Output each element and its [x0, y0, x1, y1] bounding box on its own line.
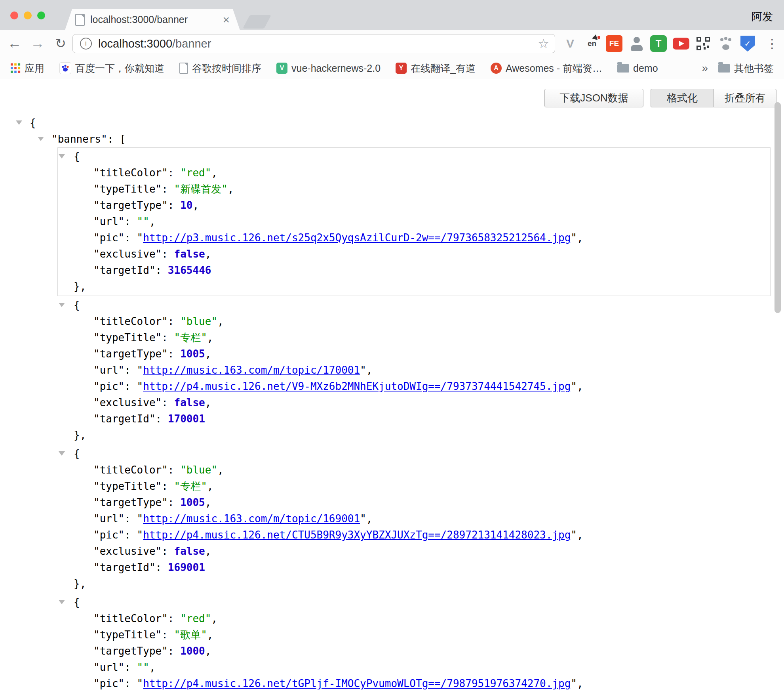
new-tab-button[interactable]: [243, 15, 271, 29]
forward-button[interactable]: →: [28, 33, 48, 53]
json-object-open: {: [58, 297, 770, 313]
bookmark-baidu[interactable]: 百度一下，你就知道: [59, 62, 164, 75]
collapse-toggle-icon[interactable]: [59, 303, 65, 307]
qr-code-extension-icon[interactable]: [695, 35, 712, 52]
youtube-extension-icon[interactable]: [673, 35, 689, 52]
fe-extension-icon[interactable]: FE: [606, 35, 622, 52]
json-string-value: "red": [180, 167, 211, 179]
collapse-toggle-icon[interactable]: [59, 451, 65, 456]
download-json-button[interactable]: 下载JSON数据: [544, 89, 643, 107]
json-comma: ,: [149, 216, 156, 227]
json-link-pic[interactable]: http://p4.music.126.net/tGPljf-IMOCyPvum…: [143, 678, 571, 689]
translate-extension-icon[interactable]: en: [584, 35, 600, 52]
blue-shield-extension-icon[interactable]: ✓: [739, 35, 756, 52]
vue-favicon: V: [276, 63, 287, 74]
collapse-toggle-icon[interactable]: [38, 137, 44, 141]
other-bookmarks-folder[interactable]: 其他书签: [718, 62, 774, 75]
page-favicon: [179, 63, 188, 74]
tab-localhost-banner[interactable]: localhost:3000/banner ×: [65, 9, 240, 30]
bookmark-youdao[interactable]: Y 在线翻译_有道: [396, 62, 476, 75]
json-number-value: 1005: [180, 348, 205, 360]
json-boolean-value: false: [174, 545, 205, 557]
bookmark-google-sort[interactable]: 谷歌按时间排序: [179, 62, 261, 75]
tab-close-icon[interactable]: ×: [223, 14, 230, 26]
json-colon: :: [162, 397, 174, 409]
scrollbar-thumb[interactable]: [774, 102, 781, 313]
json-string-value: "新碟首发": [174, 183, 228, 195]
vue-devtools-extension-icon[interactable]: V: [562, 35, 578, 52]
bookmark-folder-demo[interactable]: demo: [617, 63, 658, 74]
bookmark-awesomes[interactable]: A Awesomes - 前端资…: [491, 62, 602, 75]
reload-button[interactable]: ↻: [51, 33, 70, 53]
awesomes-favicon: A: [491, 63, 502, 74]
bookmark-apps[interactable]: 应用: [10, 62, 44, 75]
collapse-all-button[interactable]: 折叠所有: [714, 89, 776, 107]
json-comma: ,: [205, 645, 211, 657]
back-button[interactable]: ←: [5, 33, 25, 53]
json-link-pic[interactable]: http://p3.music.126.net/s25q2x5QyqsAzilC…: [143, 232, 571, 244]
json-boolean-value: false: [174, 397, 205, 409]
youtube-play-icon: [673, 38, 689, 50]
json-comma: ,: [205, 348, 211, 360]
page-info-icon[interactable]: i: [80, 38, 92, 50]
json-link-pic[interactable]: http://p4.music.126.net/V9-MXz6b2MNhEKju…: [143, 380, 571, 392]
bookmark-vue-hackernews[interactable]: V vue-hackernews-2.0: [276, 63, 381, 74]
json-quote: ": [137, 678, 143, 689]
json-row-typeTitle: "typeTitle": "新碟首发",: [58, 181, 770, 197]
json-key: "pic": [93, 380, 124, 392]
json-banners-open: "banners": [: [0, 131, 784, 147]
json-colon: :: [162, 629, 174, 641]
json-row-titleColor: "titleColor": "red",: [58, 165, 770, 181]
fullscreen-window-button[interactable]: [37, 11, 45, 19]
format-button[interactable]: 格式化: [651, 89, 714, 107]
json-key: "pic": [93, 529, 124, 541]
bookmarks-overflow-icon[interactable]: »: [702, 62, 708, 74]
collapse-toggle-icon[interactable]: [59, 154, 65, 158]
green-shield-extension-icon[interactable]: T: [650, 35, 667, 52]
folder-icon: [617, 64, 629, 73]
json-link-url[interactable]: http://music.163.com/m/topic/169001: [143, 513, 360, 525]
collapse-toggle-icon[interactable]: [16, 120, 22, 125]
format-toggle-group: 格式化 折叠所有: [651, 89, 776, 107]
url-host: localhost:3000: [98, 37, 172, 50]
profile-name[interactable]: 阿发: [752, 10, 773, 24]
json-brace: {: [74, 299, 80, 311]
minimize-window-button[interactable]: [24, 11, 32, 19]
json-link-pic[interactable]: http://p4.music.126.net/CTU5B9R9y3XyYBZX…: [143, 529, 571, 541]
paw-extension-icon[interactable]: [717, 35, 734, 52]
tab-strip: localhost:3000/banner × 阿发: [0, 0, 784, 30]
json-comma: ,: [205, 397, 211, 409]
bookmark-label: 在线翻译_有道: [411, 62, 476, 75]
address-bar[interactable]: i localhost:3000/banner ☆: [72, 34, 555, 53]
people-extension-icon[interactable]: [628, 35, 645, 52]
collapse-toggle-icon[interactable]: [59, 600, 65, 604]
bookmark-label: 百度一下，你就知道: [75, 62, 164, 75]
bookmark-label: 谷歌按时间排序: [192, 62, 261, 75]
browser-window: localhost:3000/banner × 阿发 ← → ↻ i local…: [0, 0, 784, 695]
json-key: "targetType": [93, 645, 168, 657]
json-comma: ,: [205, 496, 211, 508]
bookmark-star-icon[interactable]: ☆: [538, 36, 549, 51]
json-key: "banners": [51, 133, 107, 145]
json-colon: :: [156, 413, 168, 425]
json-key: "titleColor": [93, 464, 168, 476]
json-row-targetId: "targetId": 3165446: [58, 262, 770, 279]
json-colon: :: [168, 199, 180, 211]
bookmarks-bar: 应用 百度一下，你就知道 谷歌按时间排序 V vue-hackernews-2.…: [0, 57, 784, 79]
json-key: "url": [93, 216, 124, 227]
json-quote: ": [137, 513, 143, 525]
json-link-url[interactable]: http://music.163.com/m/topic/170001: [143, 364, 360, 376]
json-number-value: 10: [180, 199, 192, 211]
json-key: "titleColor": [93, 167, 168, 179]
json-object-open: {: [58, 594, 770, 611]
json-colon: :: [124, 216, 137, 227]
json-key: "typeTitle": [93, 480, 162, 492]
bookmark-label: 其他书签: [734, 62, 774, 75]
browser-menu-icon[interactable]: ⋮: [764, 35, 780, 52]
json-row-titleColor: "titleColor": "red",: [58, 611, 770, 627]
json-brace: {: [74, 151, 80, 162]
close-window-button[interactable]: [10, 11, 18, 19]
json-number-value: 169001: [168, 561, 205, 573]
json-colon: :: [162, 545, 174, 557]
json-string-value: "blue": [180, 464, 217, 476]
